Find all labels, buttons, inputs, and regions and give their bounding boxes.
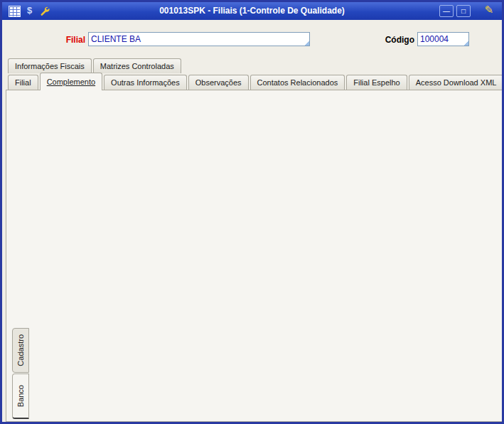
- edit-pencil-icon[interactable]: ✎: [484, 4, 493, 16]
- window-title: 001013SPK - Filiais (1-Controle De Quali…: [2, 6, 502, 16]
- upper-tab-strip: Informações Fiscais Matrizes Controladas: [8, 58, 183, 73]
- tab-acesso-download-xml[interactable]: Acesso Download XML: [409, 75, 504, 90]
- tab-complemento[interactable]: Complemento: [40, 73, 102, 90]
- codigo-input[interactable]: [417, 32, 469, 46]
- complemento-tab-page: [6, 90, 503, 422]
- titlebar[interactable]: $ 001013SPK - Filiais (1-Controle De Qua…: [2, 2, 502, 20]
- app-window: $ 001013SPK - Filiais (1-Controle De Qua…: [0, 0, 504, 424]
- tab-informacoes-fiscais[interactable]: Informações Fiscais: [8, 58, 92, 73]
- codigo-label: Código: [372, 33, 414, 46]
- tab-matrizes-controladas[interactable]: Matrizes Controladas: [93, 58, 181, 73]
- side-tab-cadastro-label: Cadastro: [16, 334, 25, 366]
- maximize-button[interactable]: □: [456, 5, 471, 17]
- side-tab-banco-label: Banco: [16, 385, 25, 407]
- side-tab-cadastro[interactable]: Cadastro: [12, 328, 29, 373]
- tab-observacoes[interactable]: Observações: [188, 75, 249, 90]
- tab-filial[interactable]: Filial: [8, 75, 38, 90]
- side-tab-banco[interactable]: Banco: [12, 373, 29, 419]
- filial-label: Filial: [43, 33, 85, 46]
- tab-filial-espelho[interactable]: Filial Espelho: [346, 75, 407, 90]
- minimize-button[interactable]: —: [439, 5, 454, 17]
- tab-contatos-relacionados[interactable]: Contatos Relacionados: [250, 75, 345, 90]
- tab-outras-informacoes[interactable]: Outras Informações: [104, 75, 187, 90]
- filial-input[interactable]: [88, 32, 310, 46]
- main-tab-strip: Filial Complemento Outras Informações Ob…: [8, 74, 504, 90]
